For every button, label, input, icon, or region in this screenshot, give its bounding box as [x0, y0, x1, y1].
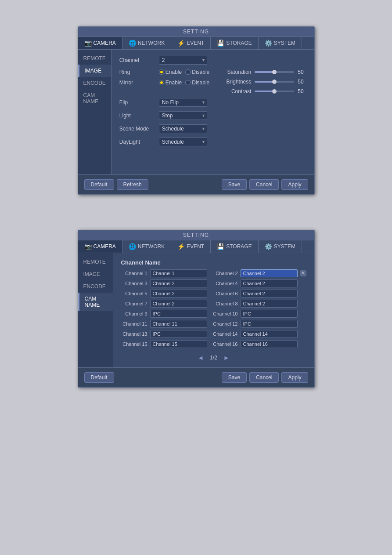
contrast-thumb[interactable] — [272, 89, 277, 94]
channel-input-7[interactable] — [150, 300, 207, 308]
channel-input-4[interactable] — [241, 279, 298, 287]
tab-network[interactable]: 🌐 NETWORK — [122, 37, 171, 49]
tab-event-2[interactable]: ⚡ EVENT — [171, 240, 211, 253]
channel-select[interactable]: 2 1 3 — [159, 56, 207, 65]
channel-input-1[interactable] — [150, 269, 207, 277]
mirror-enable-option[interactable]: Enable — [159, 80, 182, 86]
tab-camera[interactable]: 📷 CAMERA — [78, 37, 122, 49]
event-icon-2: ⚡ — [177, 243, 185, 250]
save-button-2[interactable]: Save — [222, 372, 247, 383]
save-button-1[interactable]: Save — [222, 179, 247, 190]
default-button-2[interactable]: Default — [84, 372, 114, 383]
ring-enable-option[interactable]: Enable — [159, 69, 182, 75]
channel-input-10[interactable] — [241, 310, 298, 318]
saturation-track[interactable] — [255, 71, 294, 73]
left-form: Ring Enable Disable — [119, 69, 209, 90]
sidebar-image[interactable]: IMAGE — [78, 65, 111, 77]
mirror-radio-group: Enable Disable — [159, 80, 209, 86]
storage-icon-2: 💾 — [217, 243, 224, 250]
page-info: 1/2 — [210, 355, 217, 361]
cancel-button-1[interactable]: Cancel — [249, 179, 279, 190]
mirror-disable-option[interactable]: Disable — [185, 80, 209, 86]
panel-1: SETTING 📷 CAMERA 🌐 NETWORK ⚡ EVENT 💾 STO… — [78, 26, 315, 195]
saturation-thumb[interactable] — [272, 70, 277, 74]
tab-camera-2[interactable]: 📷 CAMERA — [78, 240, 122, 253]
ring-disable-radio[interactable] — [185, 69, 191, 75]
mirror-enable-radio[interactable] — [159, 80, 164, 85]
contrast-track[interactable] — [255, 91, 294, 92]
tab-bar-1: 📷 CAMERA 🌐 NETWORK ⚡ EVENT 💾 STORAGE ⚙️ … — [78, 37, 314, 50]
brightness-row: Brightness 50 — [223, 79, 308, 85]
ring-disable-option[interactable]: Disable — [185, 69, 209, 75]
channel-input-2[interactable] — [241, 269, 298, 277]
apply-button-1[interactable]: Apply — [281, 179, 308, 190]
channel-input-9[interactable] — [150, 310, 207, 318]
daylight-row: DayLight Schedule Manual — [119, 138, 308, 146]
sidebar-camname[interactable]: CAM NAME — [78, 89, 111, 108]
panel-2: SETTING 📷 CAMERA 🌐 NETWORK ⚡ EVENT 💾 STO… — [78, 230, 315, 388]
tab-system[interactable]: ⚙️ SYSTEM — [259, 37, 302, 49]
brightness-label: Brightness — [223, 79, 251, 85]
daylight-select[interactable]: Schedule Manual — [159, 138, 207, 146]
tab-storage[interactable]: 💾 STORAGE — [211, 37, 258, 49]
flip-select[interactable]: No Flip Flip — [159, 98, 207, 107]
sidebar-encode[interactable]: ENCODE — [78, 77, 111, 89]
channel-row-4: Channel 4 — [212, 279, 306, 287]
brightness-thumb[interactable] — [272, 80, 277, 84]
cancel-button-2[interactable]: Cancel — [249, 372, 279, 383]
light-select[interactable]: Stop Start — [159, 111, 207, 120]
flip-label: Flip — [119, 99, 159, 105]
sidebar-2: REMOTE IMAGE ENCODE CAM NAME — [78, 253, 113, 367]
tab-event[interactable]: ⚡ EVENT — [171, 37, 211, 49]
channel-label-3: Channel 3 — [121, 281, 147, 286]
sidebar-image-2[interactable]: IMAGE — [78, 268, 113, 280]
content-area-1: REMOTE IMAGE ENCODE CAM NAME Channel 2 1… — [78, 50, 314, 174]
apply-button-2[interactable]: Apply — [281, 372, 308, 383]
channel-label-14: Channel 14 — [212, 331, 238, 337]
btn-group-left-1: Default Refresh — [84, 179, 148, 190]
channel-row-11: Channel 11 — [121, 320, 207, 328]
channel-row-5: Channel 5 — [121, 290, 207, 297]
contrast-label: Contrast — [223, 88, 251, 94]
camera-icon-2: 📷 — [84, 243, 92, 250]
channel-input-15[interactable] — [150, 340, 207, 348]
ring-enable-radio[interactable] — [159, 69, 164, 75]
button-bar-1: Default Refresh Save Cancel Apply — [78, 174, 314, 194]
tab-system-2[interactable]: ⚙️ SYSTEM — [259, 240, 302, 253]
channel-label-9: Channel 9 — [121, 311, 147, 316]
channel-input-12[interactable] — [241, 320, 298, 328]
scene-mode-select[interactable]: Schedule Manual — [159, 124, 207, 133]
section-title: Channel Name — [121, 259, 306, 266]
channel-row-16: Channel 16 — [212, 340, 306, 348]
edit-icon-2[interactable]: ✎ — [300, 270, 306, 276]
prev-page-button[interactable]: ◄ — [196, 354, 205, 361]
channel-input-5[interactable] — [150, 290, 207, 297]
channel-input-13[interactable] — [150, 330, 207, 338]
sidebar-remote-2[interactable]: REMOTE — [78, 256, 113, 268]
channel-input-6[interactable] — [241, 290, 298, 297]
flip-select-wrapper: No Flip Flip — [159, 98, 207, 107]
channel-label-7: Channel 7 — [121, 301, 147, 306]
channel-row-1: Channel 1 — [121, 269, 207, 277]
channel-input-16[interactable] — [241, 340, 298, 348]
default-button[interactable]: Default — [84, 179, 114, 190]
mirror-disable-radio[interactable] — [185, 80, 191, 85]
channel-row-13: Channel 13 — [121, 330, 207, 338]
channel-input-14[interactable] — [241, 330, 298, 338]
next-page-button[interactable]: ► — [222, 354, 231, 361]
refresh-button[interactable]: Refresh — [117, 179, 148, 190]
sidebar-camname-2[interactable]: CAM NAME — [78, 293, 113, 311]
channel-label-6: Channel 6 — [212, 291, 238, 296]
sidebar-remote[interactable]: REMOTE — [78, 52, 111, 65]
mirror-label: Mirror — [119, 80, 159, 86]
tab-network-2[interactable]: 🌐 NETWORK — [122, 240, 171, 253]
tab-storage-2[interactable]: 💾 STORAGE — [211, 240, 258, 253]
system-icon-2: ⚙️ — [265, 243, 272, 250]
sidebar-encode-2[interactable]: ENCODE — [78, 280, 113, 293]
network-icon: 🌐 — [129, 40, 136, 47]
channel-input-11[interactable] — [150, 320, 207, 328]
brightness-track[interactable] — [255, 81, 294, 83]
pagination: ◄ 1/2 ► — [121, 354, 306, 361]
channel-input-8[interactable] — [241, 300, 298, 308]
channel-input-3[interactable] — [150, 279, 207, 287]
